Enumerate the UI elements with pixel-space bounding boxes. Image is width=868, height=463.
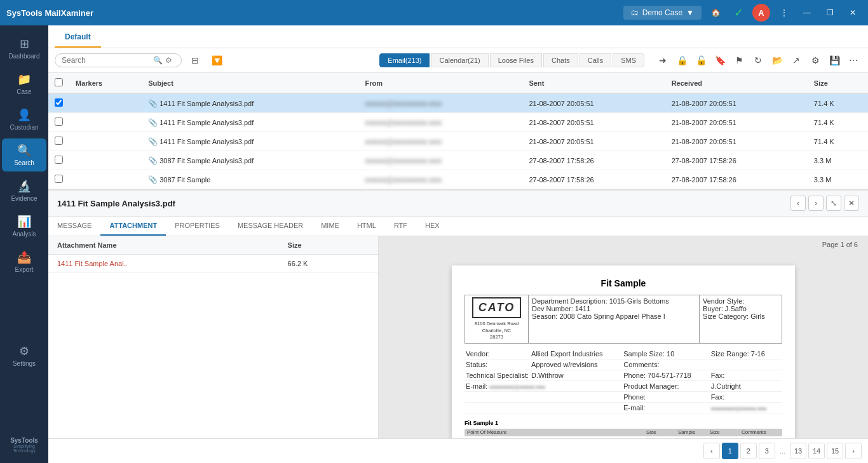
attachment-row[interactable]: 1411 Fit Sample Anal.. 66.2 K: [48, 255, 378, 273]
sidebar-item-dashboard[interactable]: ⊞ Dashboard: [2, 32, 46, 65]
vendor-style: Vendor Style:: [703, 297, 778, 305]
unlock-button[interactable]: 🔓: [693, 52, 709, 69]
search-input[interactable]: [62, 56, 151, 65]
season: Season: 2008 Cato Spring Apparel Phase I: [532, 312, 696, 320]
case-selector[interactable]: 🗂 Demo Case ▼: [623, 6, 702, 20]
tab-default[interactable]: Default: [55, 27, 101, 48]
tab-hex[interactable]: HEX: [416, 217, 449, 236]
prev-button[interactable]: ‹: [790, 196, 806, 211]
page-prev-button[interactable]: ‹: [703, 443, 720, 459]
close-detail-button[interactable]: ✕: [844, 196, 859, 211]
home-button[interactable]: 🏠: [707, 4, 724, 22]
page-13-button[interactable]: 13: [790, 443, 806, 459]
row-checkbox[interactable]: [55, 137, 63, 145]
filter-button[interactable]: 🔽: [208, 52, 225, 69]
sidebar-item-search[interactable]: 🔍 Search: [2, 138, 46, 171]
pdf-viewer[interactable]: Page 1 of 6 Fit Sample CATO 8100 Denmark…: [379, 236, 868, 438]
sidebar-item-export[interactable]: 📤 Export: [2, 245, 46, 278]
sidebar-label-analysis: Analysis: [12, 231, 36, 238]
detail-content: Attachment Name Size 1411 Fit Sample Ana…: [48, 236, 868, 438]
buyer: Buyer: J.Saffo: [703, 305, 778, 312]
row-checkbox-cell[interactable]: [48, 132, 69, 151]
row-from: ●●●●●@●●●●●●●●.●●●: [359, 132, 523, 151]
row-checkbox-cell[interactable]: [48, 93, 69, 113]
phone-value: 704-571-7718: [648, 372, 691, 379]
table-row[interactable]: 📎 1411 Fit Sample Analysis3.pdf ●●●●●@●●…: [48, 113, 868, 132]
table-row[interactable]: 📎 1411 Fit Sample Analysis3.pdf ●●●●●@●●…: [48, 93, 868, 113]
expand-button[interactable]: ⤡: [826, 196, 841, 211]
page-14-button[interactable]: 14: [808, 443, 825, 459]
tab-html[interactable]: HTML: [348, 217, 385, 236]
content-area: Default 🔍 ⚙ ⊟ 🔽 Email(213) Calendar(21) …: [48, 25, 868, 463]
settings-icon: ⚙: [19, 344, 29, 358]
row-checkbox[interactable]: [55, 175, 63, 183]
tab-message[interactable]: MESSAGE: [48, 217, 100, 236]
detail-header: 1411 Fit Sample Analysis3.pdf ‹ › ⤡ ✕: [48, 191, 868, 217]
forward-button[interactable]: ➜: [654, 52, 671, 69]
refresh-button[interactable]: ↻: [750, 52, 766, 69]
table-row[interactable]: 📎 3087 Fit Sample Analysis3.pdf ●●●●●@●●…: [48, 151, 868, 170]
attach-col-name: Attachment Name: [48, 236, 279, 255]
menu-button[interactable]: ⋮: [775, 4, 793, 22]
sidebar-item-case[interactable]: 📁 Case: [2, 67, 46, 100]
tab-rtf[interactable]: RTF: [385, 217, 416, 236]
row-checkbox[interactable]: [55, 117, 63, 126]
tab-attachment[interactable]: ATTACHMENT: [100, 217, 166, 236]
close-button[interactable]: ✕: [844, 4, 862, 22]
select-all-checkbox[interactable]: [55, 78, 63, 86]
row-checkbox[interactable]: [55, 156, 63, 164]
attachment-name: 1411 Fit Sample Anal..: [48, 255, 279, 273]
table-row[interactable]: 📎 3087 Fit Sample ●●●●●@●●●●●●●●.●●● 27-…: [48, 170, 868, 189]
row-checkbox-cell[interactable]: [48, 151, 69, 170]
row-sent: 21-08-2007 20:05:51: [522, 113, 665, 132]
page-2-button[interactable]: 2: [740, 443, 757, 459]
select-all-header[interactable]: [48, 73, 69, 93]
page-1-button[interactable]: 1: [722, 443, 738, 459]
email2-value-blurred: ●●●●●●●●@●●●●●.●●●: [711, 406, 767, 412]
settings-btn[interactable]: ⚙: [807, 52, 824, 69]
tab-mime[interactable]: MIME: [312, 217, 348, 236]
row-sent: 21-08-2007 20:05:51: [522, 93, 665, 113]
view-toggle-button[interactable]: ⊟: [187, 52, 203, 69]
avatar[interactable]: A: [752, 4, 770, 22]
sidebar-item-evidence[interactable]: 🔬 Evidence: [2, 174, 46, 207]
more-button[interactable]: ⋯: [845, 52, 862, 69]
flag-button[interactable]: ⚑: [731, 52, 747, 69]
maximize-button[interactable]: ❐: [821, 4, 839, 22]
phone-label: Phone:: [623, 372, 646, 379]
page-next-button[interactable]: ›: [845, 443, 862, 459]
pdf-page-info: Page 1 of 6: [822, 241, 858, 248]
page-3-button[interactable]: 3: [759, 443, 775, 459]
row-checkbox-cell[interactable]: [48, 170, 69, 189]
tab-properties[interactable]: PROPERTIES: [166, 217, 229, 236]
row-checkbox[interactable]: [55, 98, 63, 107]
from-blurred: ●●●●●@●●●●●●●●.●●●: [365, 157, 442, 164]
minimize-button[interactable]: —: [798, 4, 816, 22]
filter-tab-calendar[interactable]: Calendar(21): [431, 53, 488, 67]
filter-tab-sms[interactable]: SMS: [613, 53, 644, 67]
col-subject: Subject: [142, 73, 358, 93]
sidebar-item-custodian[interactable]: 👤 Custodian: [2, 103, 46, 136]
pagination: ‹ 1 2 3 ... 13 14 15 ›: [48, 438, 868, 463]
filter-tab-email[interactable]: Email(213): [379, 53, 430, 67]
filter-tab-loose[interactable]: Loose Files: [490, 53, 542, 67]
sidebar-item-settings[interactable]: ⚙ Settings: [2, 339, 46, 372]
next-button[interactable]: ›: [808, 196, 824, 211]
save-button[interactable]: 💾: [826, 52, 843, 69]
search-box: 🔍 ⚙: [55, 53, 182, 67]
export-btn[interactable]: ↗: [788, 52, 804, 69]
tab-message-header[interactable]: MESSAGE HEADER: [229, 217, 312, 236]
lock-button[interactable]: 🔒: [674, 52, 690, 69]
page-15-button[interactable]: 15: [827, 443, 843, 459]
row-checkbox-cell[interactable]: [48, 113, 69, 132]
fax-label: Fax:: [711, 372, 724, 379]
bookmark-button[interactable]: 🔖: [712, 52, 728, 69]
search-settings-icon[interactable]: ⚙: [165, 56, 172, 65]
filter-tab-calls[interactable]: Calls: [580, 53, 611, 67]
filter-tab-chats[interactable]: Chats: [543, 53, 578, 67]
folder-button[interactable]: 📂: [769, 52, 785, 69]
sidebar-item-analysis[interactable]: 📊 Analysis: [2, 210, 46, 243]
email-value-blurred: ●●●●●●●●@●●●●●.●●●: [489, 384, 545, 390]
row-markers: [69, 132, 142, 151]
table-row[interactable]: 📎 1411 Fit Sample Analysis3.pdf ●●●●●@●●…: [48, 132, 868, 151]
